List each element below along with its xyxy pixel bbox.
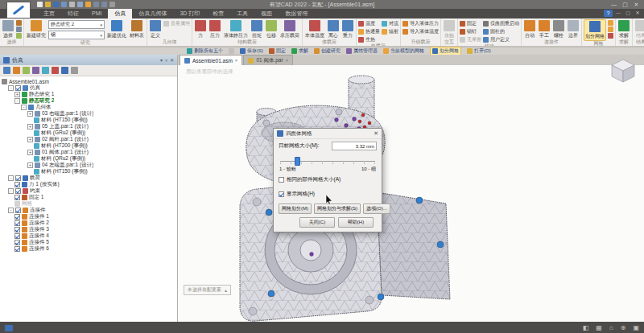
doc-close-icon[interactable]: ✕ [634, 10, 642, 17]
define-geometry-icon[interactable]: 定义 [149, 19, 162, 39]
fix-shortcut[interactable]: 固定 [269, 47, 286, 55]
tree-expand-icon[interactable]: - [8, 175, 14, 181]
report-icon[interactable] [13, 67, 20, 74]
pressure-icon[interactable]: 压力 [208, 19, 221, 39]
minimize-icon[interactable]: — [609, 1, 619, 8]
heat-generation-icon[interactable]: 生热 [358, 36, 380, 43]
mesh-density-slider[interactable] [280, 156, 375, 164]
save-icon[interactable] [53, 2, 59, 7]
blue-connector-dot[interactable] [266, 209, 272, 216]
tree-checkbox[interactable] [14, 220, 20, 226]
results-icon[interactable]: 结果 [634, 19, 644, 39]
ribbon-tab-7[interactable]: 检查 [206, 9, 230, 18]
tree-checkbox[interactable] [14, 246, 20, 252]
mesh-and-solve-button[interactable]: 网格划分与求解(S) [314, 204, 361, 214]
blue-connector-dot[interactable] [437, 241, 444, 248]
torque-icon[interactable]: 扭矩 [250, 19, 263, 39]
ribbon-combo[interactable]: 钢▾ [48, 31, 105, 39]
close-tab-icon[interactable]: × [235, 58, 238, 63]
equal-mesh-size-checkbox[interactable]: 相同的部件网格大小(A) [279, 176, 377, 183]
tree-checkbox[interactable] [14, 233, 20, 239]
frictionless-constraint-icon[interactable]: 无摩擦 [460, 36, 481, 43]
delete-all-button[interactable]: 删除所有五个 [187, 47, 223, 55]
tree-checkbox[interactable] [15, 175, 21, 181]
tree-expand-icon[interactable]: + [27, 162, 33, 168]
property-manager-shortcut[interactable]: 属性管理器 [346, 47, 378, 55]
tree-item[interactable]: +静态研究 1 [0, 91, 177, 97]
import-fluid-pressure-icon[interactable]: 导入液体压力 [402, 20, 439, 27]
solve-icon[interactable]: 求解 [617, 19, 630, 39]
ribbon-combo[interactable]: 静态研究 2▾ [48, 20, 105, 29]
panel-dropdown-icon[interactable]: ▾ [160, 57, 163, 63]
tree-checkbox[interactable] [15, 188, 21, 194]
lightning-icon[interactable] [85, 2, 91, 7]
radiation-icon[interactable]: 辐射 [382, 28, 398, 35]
tree-item[interactable]: 材料 (HT150 (事例)) [0, 117, 177, 123]
tree-item[interactable]: +03 右端盖.par:1 (设计) [0, 110, 177, 117]
tree-item[interactable]: 力 1 (按实体) [0, 181, 177, 187]
tree-item[interactable]: 材料 (HT200 (事例)) [0, 142, 177, 149]
tree-checkbox[interactable] [15, 85, 21, 91]
convection-icon[interactable]: 对流 [382, 20, 398, 27]
tree-item[interactable]: 网格 [0, 200, 177, 207]
mesh-button[interactable]: 网格划分(M) [279, 204, 312, 214]
tree-checkbox[interactable] [14, 195, 20, 200]
tree-expand-icon[interactable]: + [27, 111, 33, 117]
navigation-cube[interactable] [609, 58, 638, 84]
tree-item[interactable]: -连接件 [0, 207, 177, 213]
zoom-icon[interactable]: ⊕ [621, 323, 626, 333]
mesh-quality-icon[interactable] [608, 27, 613, 32]
tree-item[interactable]: +01 阀体.par:1 (设计) [0, 149, 177, 155]
select-filter-icon[interactable] [16, 33, 22, 39]
tree-expand-icon[interactable]: + [27, 150, 33, 155]
tree-item[interactable]: 连接件 4 [0, 232, 177, 239]
tree-item[interactable]: 连接件 3 [0, 226, 177, 232]
ribbon-tab-10[interactable]: 数据管理 [279, 9, 314, 18]
chart-icon[interactable] [23, 67, 30, 74]
tree-expand-icon[interactable]: - [8, 85, 14, 91]
open-file-icon[interactable] [45, 2, 51, 7]
tree-item[interactable]: -载荷 [0, 175, 177, 181]
edge-connector-icon[interactable]: 边界 [567, 19, 580, 39]
ribbon-tab-8[interactable]: 工具 [230, 9, 254, 18]
help-icon[interactable]: ? [604, 10, 613, 17]
mesh-table-icon[interactable] [608, 20, 613, 26]
fixed-constraint-icon[interactable]: 固定 [460, 20, 481, 27]
tree-item[interactable]: Assemble01.asm [0, 78, 177, 84]
ribbon-tab-9[interactable]: 视图 [254, 9, 279, 18]
blue-connector-dot[interactable] [416, 197, 423, 204]
body-temperature-icon[interactable]: 本体温度 [304, 19, 325, 39]
tree-item[interactable]: 连接件 2 [0, 220, 177, 226]
slider-handle[interactable] [295, 157, 300, 166]
display-mode-icon[interactable]: ◧ [583, 323, 589, 333]
bearing-load-icon[interactable]: 承压载荷 [279, 19, 300, 39]
cancel-button[interactable] [229, 48, 234, 54]
open-shortcut[interactable]: 打开(O) [467, 47, 491, 55]
tree-item[interactable]: +04 左端盖.par:1 (设计) [0, 162, 177, 168]
tree-expand-icon[interactable]: - [21, 105, 27, 110]
bolt-connector-icon[interactable]: 螺栓 [552, 19, 565, 39]
displacement-icon[interactable]: 位移 [265, 19, 278, 39]
print-preview-icon[interactable] [77, 2, 83, 7]
close-icon[interactable]: ✕ [631, 1, 642, 8]
display-options-icon[interactable] [61, 67, 68, 74]
ribbon-tab-4[interactable]: 仿真 [108, 9, 132, 18]
compare-icon[interactable] [42, 67, 49, 74]
force-icon[interactable]: 力 [194, 19, 207, 39]
save-shortcut[interactable]: 保存(S) [240, 47, 263, 55]
mass-properties-icon[interactable]: 质量属性 [163, 20, 190, 27]
tree-item[interactable]: 材料 (GRu2 (事例)) [0, 130, 177, 136]
user-defined-constraint-icon[interactable]: 用户定义 [483, 36, 519, 43]
dialog-close-icon[interactable]: ✕ [374, 130, 378, 137]
dialog-title-bar[interactable]: 四面体网格 ✕ [274, 129, 382, 139]
viewport[interactable]: Assemble01.asm×01 阀体.par× 用以查看部件的选择 [178, 55, 644, 322]
manual-connector-icon[interactable]: 手工 [538, 19, 551, 39]
gravity-icon[interactable]: 重力 [341, 19, 354, 39]
ribbon-tab-2[interactable]: 特征 [61, 9, 85, 18]
select-lasso-icon[interactable] [16, 27, 22, 32]
grid-icon[interactable]: ▦ [596, 323, 602, 333]
customize-menu-icon[interactable] [109, 2, 115, 7]
doc-restore-icon[interactable]: ▢ [624, 10, 632, 17]
temperature-icon[interactable]: 温度 [358, 20, 380, 27]
tree-checkbox[interactable] [14, 182, 20, 187]
